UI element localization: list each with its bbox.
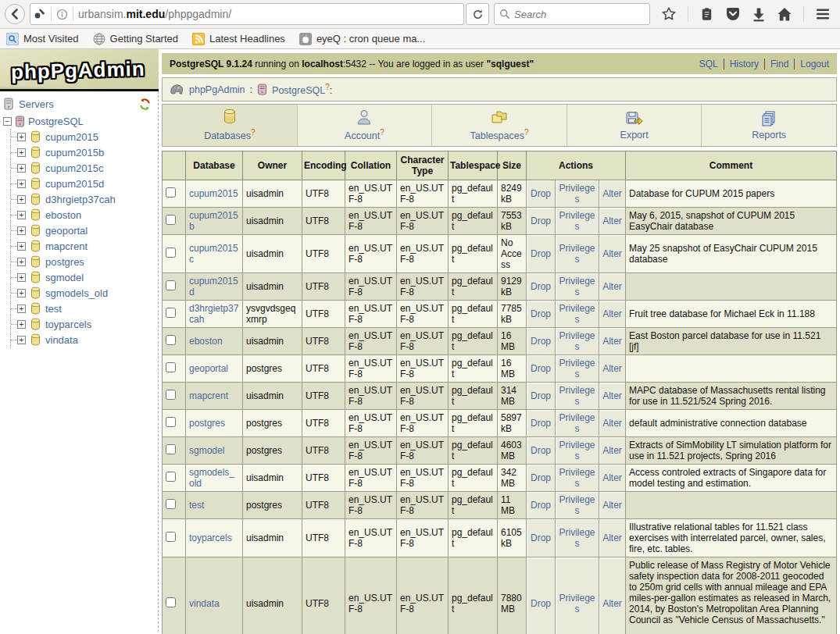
alter-link[interactable]: Alter (602, 598, 622, 609)
sidebar-item-cupum2015d[interactable]: +cupum2015d (11, 176, 155, 191)
expand-icon[interactable]: + (17, 133, 26, 141)
database-link[interactable]: cupum2015d (189, 276, 238, 297)
alter-link[interactable]: Alter (602, 308, 622, 319)
drop-link[interactable]: Drop (531, 598, 551, 609)
drop-link[interactable]: Drop (531, 532, 551, 543)
alter-link[interactable]: Alter (602, 336, 622, 347)
privileges-link[interactable]: Privileges (559, 358, 595, 379)
drop-link[interactable]: Drop (531, 363, 551, 374)
expand-icon[interactable]: + (17, 211, 26, 219)
tab-reports[interactable]: Reports (702, 105, 836, 146)
sidebar-item-mapcrent[interactable]: +mapcrent (11, 238, 155, 254)
url-text[interactable]: urbansim.mit.edu/phppgadmin/ (78, 8, 460, 20)
privileges-link[interactable]: Privileges (559, 243, 595, 265)
drop-link[interactable]: Drop (531, 281, 551, 292)
alter-link[interactable]: Alter (602, 363, 622, 374)
database-link[interactable]: vindata (189, 598, 220, 609)
download-icon[interactable] (752, 7, 766, 22)
database-link[interactable]: cupum2015c (189, 243, 238, 265)
sidebar-item-sgmodel[interactable]: +sgmodel (11, 269, 155, 285)
row-checkbox[interactable] (166, 248, 176, 258)
privileges-link[interactable]: Privileges (559, 276, 595, 297)
drop-link[interactable]: Drop (531, 472, 551, 483)
database-link[interactable]: cupum2015b (189, 210, 238, 232)
drop-link[interactable]: Drop (531, 308, 551, 319)
refresh-tree-button[interactable] (138, 98, 152, 111)
privileges-link[interactable]: Privileges (559, 210, 595, 232)
row-checkbox[interactable] (166, 308, 176, 318)
bookmark-getting-started[interactable]: Getting Started (93, 33, 178, 45)
expand-icon[interactable]: + (17, 320, 26, 329)
sidebar-item-cupum2015c[interactable]: +cupum2015c (11, 160, 155, 176)
alter-link[interactable]: Alter (602, 281, 622, 292)
privileges-link[interactable]: Privileges (559, 593, 595, 614)
row-checkbox[interactable] (166, 417, 176, 427)
logout-link[interactable]: Logout (795, 59, 829, 69)
search-box[interactable] (494, 3, 650, 25)
row-checkbox[interactable] (166, 187, 176, 198)
privileges-link[interactable]: Privileges (559, 467, 595, 489)
alter-link[interactable]: Alter (602, 248, 622, 259)
sidebar-item-toyparcels[interactable]: +toyparcels (11, 316, 155, 332)
url-bar[interactable]: urbansim.mit.edu/phppgadmin/ (30, 3, 464, 25)
alter-link[interactable]: Alter (602, 500, 622, 511)
bookmark-most-visited[interactable]: Most Visited (6, 33, 79, 45)
expand-icon[interactable]: + (17, 336, 26, 344)
drop-link[interactable]: Drop (531, 418, 551, 429)
alter-link[interactable]: Alter (602, 445, 622, 456)
expand-icon[interactable]: + (17, 242, 26, 251)
drop-link[interactable]: Drop (531, 336, 551, 347)
sql-link[interactable]: SQL (694, 59, 724, 69)
database-link[interactable]: postgres (189, 418, 225, 429)
row-checkbox[interactable] (166, 597, 176, 607)
sidebar-item-cupum2015[interactable]: +cupum2015 (11, 129, 155, 144)
database-link[interactable]: d3hrgietp37cah (189, 303, 238, 325)
bookmark-latest-headlines[interactable]: Latest Headlines (192, 33, 285, 45)
drop-link[interactable]: Drop (531, 188, 551, 199)
row-checkbox[interactable] (166, 390, 176, 400)
database-link[interactable]: geoportal (189, 363, 228, 374)
tree-item-postgresql[interactable]: − PostgreSQL (3, 113, 155, 129)
bookmark-star-icon[interactable] (661, 6, 677, 22)
alter-link[interactable]: Alter (602, 418, 622, 429)
row-checkbox[interactable] (166, 444, 176, 454)
expand-icon[interactable]: + (17, 258, 26, 266)
drop-link[interactable]: Drop (531, 500, 551, 511)
tab-databases[interactable]: Databases? (163, 105, 298, 146)
row-checkbox[interactable] (166, 280, 176, 290)
row-checkbox[interactable] (166, 532, 176, 542)
privileges-link[interactable]: Privileges (559, 183, 595, 205)
privileges-link[interactable]: Privileges (559, 527, 595, 549)
tab-account[interactable]: Account? (298, 105, 433, 146)
database-link[interactable]: toyparcels (189, 532, 232, 543)
expand-icon[interactable]: + (17, 273, 26, 282)
search-input[interactable] (514, 9, 624, 20)
sidebar-item-geoportal[interactable]: +geoportal (11, 223, 155, 238)
help-question-icon[interactable]: ? (524, 128, 529, 137)
help-question-icon[interactable]: ? (251, 128, 256, 137)
expand-icon[interactable]: + (17, 226, 26, 235)
expand-icon[interactable]: + (17, 289, 26, 297)
database-link[interactable]: cupum2015 (189, 188, 238, 199)
database-link[interactable]: eboston (189, 336, 223, 347)
sidebar-item-eboston[interactable]: +eboston (11, 207, 155, 223)
row-checkbox[interactable] (166, 499, 176, 509)
row-checkbox[interactable] (166, 215, 176, 225)
bookmark-eyeq[interactable]: eyeQ : cron queue ma... (299, 33, 425, 45)
expand-icon[interactable]: + (17, 180, 26, 188)
tree-item-servers[interactable]: Servers (3, 96, 155, 112)
sidebar-item-sgmodels_old[interactable]: +sgmodels_old (11, 285, 155, 301)
drop-link[interactable]: Drop (531, 390, 551, 401)
expand-icon[interactable]: + (17, 195, 26, 204)
drop-link[interactable]: Drop (531, 215, 551, 226)
collapse-expander-icon[interactable]: − (3, 117, 12, 126)
drop-link[interactable]: Drop (531, 248, 551, 259)
alter-link[interactable]: Alter (602, 188, 622, 199)
drop-link[interactable]: Drop (531, 445, 551, 456)
privileges-link[interactable]: Privileges (559, 385, 595, 407)
database-link[interactable]: test (189, 500, 204, 511)
sidebar-item-d3hrgietp37cah[interactable]: +d3hrgietp37cah (11, 191, 155, 207)
database-link[interactable]: sgmodel (189, 445, 224, 456)
pocket-icon[interactable] (725, 7, 741, 22)
row-checkbox[interactable] (166, 335, 176, 345)
